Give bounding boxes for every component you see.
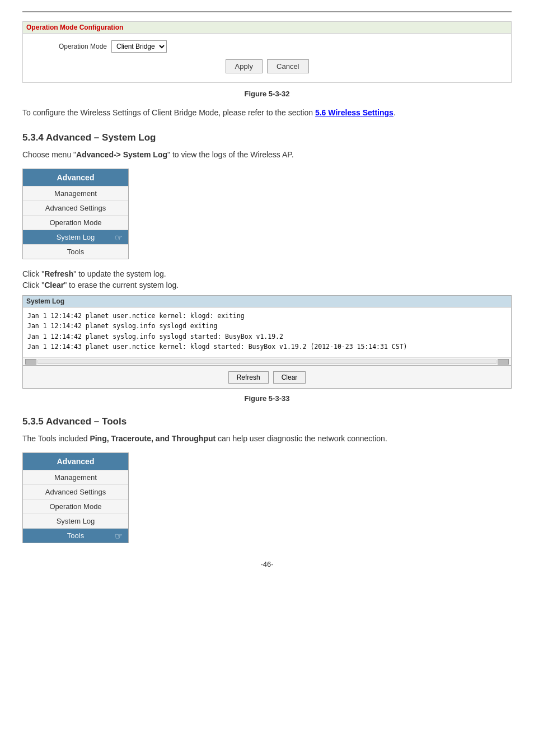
config-btn-row: Apply Cancel [34, 59, 500, 73]
wireless-settings-link[interactable]: 5.6 Wireless Settings [315, 108, 394, 117]
menu2-item-management[interactable]: Management [23, 470, 128, 484]
syslog-btn-row: Refresh Clear [23, 366, 511, 388]
subtext-end: " to view the logs of the Wireless AP. [167, 150, 294, 159]
operation-mode-config-box: Operation Mode Configuration Operation M… [22, 21, 512, 83]
advanced-menu-1: Advanced Management Advanced Settings Op… [22, 169, 129, 259]
section-534-subtext: Choose menu "Advanced-> System Log" to v… [22, 149, 512, 161]
log-line-2: Jan 1 12:14:42 planet syslog.info syslog… [27, 321, 507, 331]
menu-item-system-log-label: System Log [57, 233, 95, 241]
menu2-item-operation-mode-label: Operation Mode [49, 502, 101, 511]
refresh-bold: Refresh [44, 269, 73, 278]
menu2-item-system-log-label: System Log [57, 517, 95, 525]
clear-button[interactable]: Clear [273, 371, 306, 384]
system-log-box: System Log Jan 1 12:14:42 planet user.nc… [22, 295, 512, 389]
page-number: -46- [22, 560, 512, 568]
section-535-bold: Ping, Traceroute, and Throughput [90, 434, 216, 443]
log-line-4: Jan 1 12:14:43 planet user.nctice kernel… [27, 342, 507, 352]
top-divider [22, 11, 512, 12]
menu2-item-tools-label: Tools [67, 531, 84, 540]
menu-item-system-log[interactable]: System Log ☞ [23, 230, 128, 244]
subtext-bold: Advanced-> System Log [76, 150, 167, 159]
advanced-menu-1-header: Advanced [23, 169, 128, 186]
system-log-content: Jan 1 12:14:42 planet user.nctice kernel… [23, 307, 511, 358]
section-535-prefix: The Tools included [22, 434, 90, 443]
menu-item-tools-label: Tools [67, 248, 84, 256]
menu-item-advanced-settings[interactable]: Advanced Settings [23, 200, 128, 215]
log-line-3: Jan 1 12:14:42 planet syslog.info syslog… [27, 332, 507, 342]
section-535-heading: 5.3.5 Advanced – Tools [22, 416, 512, 427]
menu-item-management[interactable]: Management [23, 186, 128, 200]
figure-5-3-32: Figure 5-3-32 [22, 90, 512, 98]
click-instruction-refresh: Click "Refresh" to update the system log… [22, 269, 512, 278]
menu2-item-tools[interactable]: Tools ☞ [23, 528, 128, 543]
refresh-button[interactable]: Refresh [228, 371, 269, 384]
operation-mode-label: Operation Mode [34, 43, 107, 50]
cursor-icon-system-log: ☞ [115, 232, 123, 242]
menu2-item-advanced-settings-label: Advanced Settings [45, 488, 106, 496]
menu2-item-operation-mode[interactable]: Operation Mode [23, 499, 128, 514]
cursor-icon-tools: ☞ [115, 530, 123, 541]
operation-mode-row: Operation Mode Client Bridge AP WDS WDS … [34, 40, 500, 53]
scroll-track [38, 360, 496, 364]
menu-item-advanced-settings-label: Advanced Settings [45, 204, 106, 212]
menu-item-operation-mode[interactable]: Operation Mode [23, 215, 128, 230]
scroll-right-btn[interactable] [498, 359, 509, 365]
figure-5-3-33: Figure 5-3-33 [22, 394, 512, 403]
menu-item-tools[interactable]: Tools [23, 244, 128, 259]
intro-paragraph: To configure the Wireless Settings of Cl… [22, 107, 512, 119]
subtext-prefix: Choose menu " [22, 150, 76, 159]
click-instruction-clear: Click "Clear" to erase the current syste… [22, 281, 512, 290]
clear-bold: Clear [44, 281, 64, 290]
menu-item-management-label: Management [54, 189, 97, 198]
menu2-item-system-log[interactable]: System Log [23, 514, 128, 528]
section-535-suffix: can help user diagnostic the network con… [216, 434, 387, 443]
system-log-title: System Log [23, 296, 511, 307]
menu2-item-advanced-settings[interactable]: Advanced Settings [23, 484, 128, 499]
section-535-subtext: The Tools included Ping, Traceroute, and… [22, 433, 512, 445]
menu-item-operation-mode-label: Operation Mode [49, 218, 101, 227]
scroll-left-btn[interactable] [25, 359, 36, 365]
apply-button[interactable]: Apply [226, 59, 263, 73]
intro-period: . [394, 108, 396, 117]
cancel-button[interactable]: Cancel [267, 59, 308, 73]
config-box-title: Operation Mode Configuration [23, 22, 511, 34]
section-534-heading: 5.3.4 Advanced – System Log [22, 132, 512, 143]
horizontal-scroll-bar[interactable] [23, 358, 511, 366]
operation-mode-select[interactable]: Client Bridge AP WDS WDS AP [111, 40, 167, 53]
log-line-1: Jan 1 12:14:42 planet user.nctice kernel… [27, 311, 507, 321]
intro-text: To configure the Wireless Settings of Cl… [22, 108, 315, 117]
advanced-menu-2-header: Advanced [23, 453, 128, 470]
menu2-item-management-label: Management [54, 473, 97, 482]
advanced-menu-2: Advanced Management Advanced Settings Op… [22, 452, 129, 543]
config-box-body: Operation Mode Client Bridge AP WDS WDS … [23, 34, 511, 82]
